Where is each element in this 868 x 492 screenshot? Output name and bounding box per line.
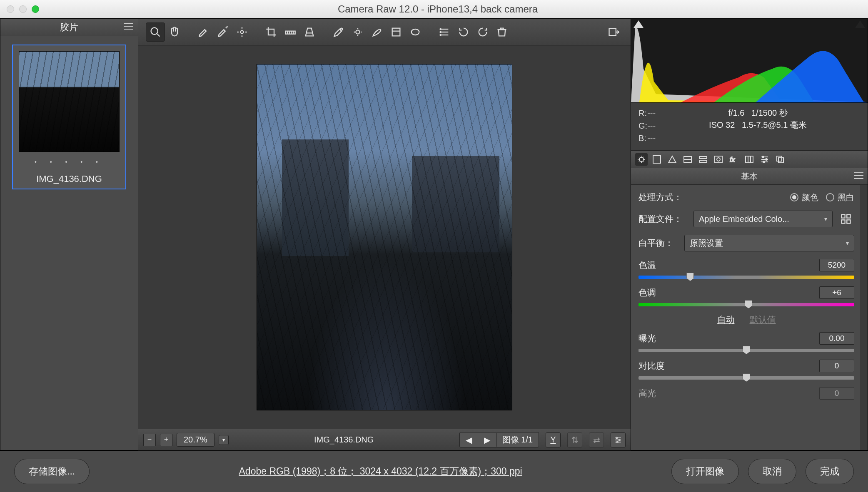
- treatment-label: 处理方式：: [639, 191, 790, 203]
- thumbnail-selected[interactable]: • • • • • IMG_4136.DNG: [12, 45, 126, 189]
- temp-input[interactable]: [819, 259, 854, 271]
- prev-image-button[interactable]: ◀: [460, 433, 478, 447]
- treatment-bw-radio[interactable]: 黑白: [826, 192, 854, 203]
- panel-name-bar: 基本: [631, 168, 868, 185]
- contrast-input[interactable]: [819, 360, 854, 372]
- svg-point-0: [151, 27, 158, 34]
- profile-dropdown[interactable]: Apple Embedded Colo...▾: [693, 211, 833, 227]
- zoom-out-button[interactable]: −: [143, 434, 156, 446]
- adjustment-brush-icon[interactable]: [367, 22, 387, 42]
- done-button[interactable]: 完成: [806, 459, 854, 484]
- close-window[interactable]: [7, 5, 14, 13]
- before-after-button[interactable]: Y: [546, 432, 561, 447]
- canvas-area[interactable]: [138, 45, 631, 429]
- svg-point-23: [639, 157, 644, 162]
- filmstrip-panel: 胶片 • • • • • IMG_4136.DNG: [0, 18, 138, 450]
- exposure-input[interactable]: [819, 332, 854, 345]
- tint-slider[interactable]: [639, 303, 854, 306]
- contrast-slider[interactable]: [639, 376, 854, 380]
- tab-calibration-icon[interactable]: [743, 153, 756, 166]
- rotate-cw-icon[interactable]: [473, 22, 492, 42]
- image-nav-group: ◀ ▶ 图像 1/1: [459, 432, 539, 447]
- rotate-ccw-icon[interactable]: [454, 22, 473, 42]
- exif-shutter: 1/1500 秒: [751, 108, 788, 117]
- svg-point-21: [619, 439, 620, 440]
- filmstrip-title: 胶片: [60, 21, 78, 34]
- profile-browser-icon[interactable]: [838, 211, 854, 227]
- targeted-adjust-icon[interactable]: [232, 22, 252, 42]
- tab-curve-icon[interactable]: [651, 153, 663, 166]
- highlight-clipping-icon[interactable]: [855, 20, 865, 28]
- zoom-dropdown-chevron[interactable]: ▾: [219, 435, 229, 445]
- tab-fx-icon[interactable]: fx: [728, 153, 740, 166]
- tab-presets-icon[interactable]: [758, 153, 771, 166]
- exif-iso: ISO 32: [709, 120, 735, 129]
- workflow-options-link[interactable]: Adobe RGB (1998)；8 位； 3024 x 4032 (12.2 …: [90, 465, 671, 478]
- hand-tool-icon[interactable]: [165, 22, 184, 42]
- copy-settings-icon[interactable]: ⇄: [589, 432, 604, 447]
- r-label: R:: [639, 109, 647, 118]
- zoom-level-dropdown[interactable]: 20.7%: [177, 433, 215, 447]
- traffic-lights: [7, 5, 39, 13]
- filmstrip-menu-icon[interactable]: [124, 23, 133, 30]
- tab-lens-icon[interactable]: [712, 153, 725, 166]
- zoom-level-value: 20.7%: [184, 435, 207, 445]
- highlights-input[interactable]: [819, 387, 854, 400]
- radial-filter-icon[interactable]: [406, 22, 425, 42]
- tint-input[interactable]: [819, 286, 854, 299]
- panel-name: 基本: [741, 172, 758, 181]
- treatment-bw-label: 黑白: [838, 192, 854, 203]
- svg-rect-16: [609, 28, 616, 35]
- view-settings-icon[interactable]: [611, 432, 626, 447]
- exposure-slider[interactable]: [639, 349, 854, 352]
- tab-basic-icon[interactable]: [635, 153, 648, 166]
- zoom-window[interactable]: [32, 5, 39, 13]
- next-image-button[interactable]: ▶: [478, 433, 496, 447]
- open-preferences-icon[interactable]: [604, 22, 623, 42]
- svg-rect-45: [842, 220, 845, 223]
- svg-text:fx: fx: [730, 156, 735, 163]
- crop-tool-icon[interactable]: [262, 22, 281, 42]
- tab-hsl-icon[interactable]: [681, 153, 694, 166]
- titlebar: Camera Raw 12.0 - iPhone13,4 back camera: [0, 0, 868, 18]
- scrollbar[interactable]: [860, 185, 868, 450]
- temp-slider[interactable]: [639, 276, 854, 279]
- thumbnail-rating-dots[interactable]: • • • • •: [19, 159, 120, 165]
- treatment-color-label: 颜色: [802, 192, 818, 203]
- swap-before-after-icon[interactable]: ⇅: [567, 432, 582, 447]
- svg-point-13: [440, 28, 441, 29]
- save-image-button[interactable]: 存储图像...: [14, 459, 90, 484]
- g-label: G:: [639, 121, 647, 130]
- spot-removal-icon[interactable]: [329, 22, 348, 42]
- tab-snapshots-icon[interactable]: [774, 153, 786, 166]
- svg-point-30: [717, 158, 720, 161]
- treatment-color-radio[interactable]: 颜色: [790, 192, 818, 203]
- tab-split-icon[interactable]: [697, 153, 709, 166]
- open-image-button[interactable]: 打开图像: [671, 459, 739, 484]
- minimize-window[interactable]: [19, 5, 27, 13]
- svg-rect-3: [285, 31, 295, 34]
- window-title: Camera Raw 12.0 - iPhone13,4 back camera: [39, 3, 836, 15]
- cancel-button[interactable]: 取消: [748, 459, 796, 484]
- preferences-list-icon[interactable]: [435, 22, 454, 42]
- straighten-tool-icon[interactable]: [281, 22, 300, 42]
- default-button[interactable]: 默认值: [750, 314, 776, 326]
- tab-detail-icon[interactable]: [666, 153, 678, 166]
- delete-icon[interactable]: [492, 22, 511, 42]
- wb-dropdown[interactable]: 原照设置▾: [684, 235, 854, 251]
- histogram[interactable]: [631, 19, 868, 103]
- color-sampler-icon[interactable]: [213, 22, 232, 42]
- zoom-in-button[interactable]: +: [160, 434, 172, 446]
- transform-tool-icon[interactable]: [300, 22, 319, 42]
- zoom-tool-icon[interactable]: [146, 22, 165, 42]
- filmstrip-header: 胶片: [0, 19, 138, 36]
- right-panel: R: G: B: --- --- --- f/1.6 1/1500 秒 ISO …: [631, 18, 868, 450]
- auto-button[interactable]: 自动: [717, 314, 735, 326]
- wb-eyedropper-icon[interactable]: [194, 22, 213, 42]
- redeye-tool-icon[interactable]: [348, 22, 367, 42]
- panel-menu-icon[interactable]: [854, 172, 863, 179]
- svg-rect-27: [699, 157, 707, 159]
- svg-rect-41: [777, 156, 782, 161]
- shadow-clipping-icon[interactable]: [634, 20, 644, 28]
- graduated-filter-icon[interactable]: [387, 22, 406, 42]
